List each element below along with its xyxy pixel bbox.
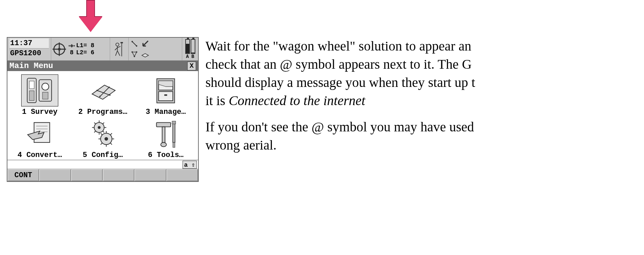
softkey-f5[interactable] [134,169,166,181]
battery-status: A B [182,38,198,60]
svg-point-64 [161,142,166,147]
l2-count: L2= 6 [76,50,94,56]
callout-arrow [79,0,106,34]
svg-line-60 [101,143,102,145]
svg-rect-35 [159,92,173,101]
screen-title: Main Menu [9,61,187,70]
svg-rect-14 [121,42,123,43]
svg-rect-23 [29,91,34,101]
svg-line-58 [101,133,102,135]
softkey-f6[interactable] [166,169,198,181]
config-icon [84,118,121,150]
input-mode: a ⇧ [183,161,197,169]
svg-rect-37 [164,94,167,96]
svg-line-50 [94,131,96,132]
p1-line2: check that an @ symbol appears next to i… [205,57,472,72]
programs-icon [84,74,121,106]
status-bar: 11:37 GPS1200 [7,38,198,61]
solution-status: L1= 8 8 L2= 6 [51,38,110,60]
svg-point-7 [116,43,119,46]
svg-rect-67 [173,142,175,148]
p1-em: Connected to the internet [229,93,365,108]
battery-a-icon [185,39,190,54]
svg-point-30 [109,94,110,96]
svg-rect-22 [29,81,34,89]
wagon-wheel-icon [53,42,66,56]
convert-icon [21,118,58,150]
battery-b-icon [191,39,195,54]
instruction-text: Wait for the "wagon wheel" solution to a… [205,37,637,162]
link-icon [130,39,139,48]
rover-icon [113,41,126,57]
svg-rect-26 [42,92,48,99]
survey-icon [21,74,58,106]
tracked-count: 8 [68,50,75,56]
svg-line-11 [116,51,118,56]
svg-rect-62 [157,123,171,127]
softkey-bar: CONT [7,169,198,181]
title-bar: Main Menu X [7,61,198,71]
close-button[interactable]: X [187,62,196,70]
svg-rect-5 [69,45,70,46]
p1-line4: it is [205,93,229,108]
svg-line-59 [110,133,112,135]
menu-item-tools[interactable]: 6 Tools… [136,118,195,159]
svg-line-61 [110,143,112,145]
svg-point-29 [96,90,98,91]
svg-rect-6 [74,45,75,46]
svg-rect-4 [70,44,73,47]
svg-rect-66 [172,121,176,124]
svg-line-51 [103,131,104,132]
l1-count: L1= 8 [76,42,94,49]
tools-icon [147,118,184,150]
menu-item-survey[interactable]: 1 Survey [10,74,69,116]
clock: 11:37 [9,38,49,49]
nodes-icon [130,50,139,59]
svg-line-10 [117,46,120,47]
gps-device-screen: 11:37 GPS1200 [7,37,199,182]
p2-line1: If you don't see the @ symbol you may ha… [205,119,474,134]
p1-line3: should display a message you when they s… [205,75,475,90]
svg-point-43 [98,126,100,129]
softkey-f2[interactable] [39,169,71,181]
svg-point-25 [42,83,49,90]
satellite-icon [68,42,75,50]
svg-line-48 [94,123,96,124]
svg-rect-63 [162,127,165,144]
manage-icon [147,74,184,106]
svg-line-17 [132,41,137,46]
rover-mode [110,38,129,60]
svg-line-49 [103,123,104,124]
svg-line-12 [117,51,120,56]
menu-item-manage[interactable]: 3 Manage… [136,74,195,116]
svg-rect-65 [173,123,175,142]
menu-item-config[interactable]: 5 Config… [73,118,132,159]
svg-point-31 [99,96,100,97]
model-label: GPS1200 [9,49,49,58]
softkey-f4[interactable] [103,169,134,181]
card-icon [141,50,150,59]
main-menu-grid: 1 Survey 2 Programs… [7,71,198,159]
svg-point-32 [108,87,110,88]
svg-line-9 [115,47,117,50]
softkey-f1[interactable]: CONT [7,169,39,181]
menu-item-programs[interactable]: 2 Programs… [73,74,132,116]
download-arrow-icon [141,39,150,48]
menu-item-convert[interactable]: 4 Convert… [10,118,69,159]
p2-line2: wrong aerial. [205,137,277,153]
svg-point-53 [104,137,108,141]
softkey-f3[interactable] [71,169,103,181]
p1-line1: Wait for the "wagon wheel" solution to a… [205,38,471,54]
